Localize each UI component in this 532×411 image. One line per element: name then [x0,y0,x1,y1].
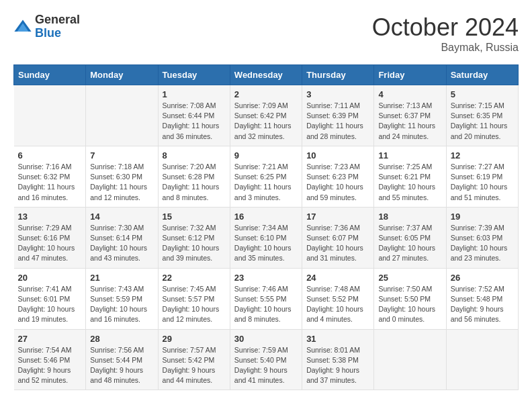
logo-blue-text: Blue [35,27,80,40]
calendar-cell: 18Sunrise: 7:37 AM Sunset: 6:05 PM Dayli… [374,207,446,268]
day-number: 13 [18,212,82,222]
calendar-cell [14,85,86,146]
day-number: 2 [234,89,298,99]
week-row-1: 1Sunrise: 7:08 AM Sunset: 6:44 PM Daylig… [14,85,519,146]
header-day-saturday: Saturday [446,65,518,85]
day-number: 30 [234,334,298,344]
calendar-cell: 21Sunrise: 7:43 AM Sunset: 5:59 PM Dayli… [86,268,158,329]
day-info: Sunrise: 7:36 AM Sunset: 6:07 PM Dayligh… [306,223,369,264]
calendar-cell: 13Sunrise: 7:29 AM Sunset: 6:16 PM Dayli… [14,207,86,268]
day-number: 3 [306,89,369,99]
header-day-monday: Monday [86,65,158,85]
day-info: Sunrise: 7:30 AM Sunset: 6:14 PM Dayligh… [90,223,153,264]
calendar-cell: 10Sunrise: 7:23 AM Sunset: 6:23 PM Dayli… [302,146,374,207]
calendar-cell [446,329,518,390]
calendar-cell: 24Sunrise: 7:48 AM Sunset: 5:52 PM Dayli… [302,268,374,329]
calendar-cell: 2Sunrise: 7:09 AM Sunset: 6:42 PM Daylig… [230,85,302,146]
header-day-thursday: Thursday [302,65,374,85]
day-info: Sunrise: 7:32 AM Sunset: 6:12 PM Dayligh… [163,223,226,264]
day-number: 1 [163,89,226,99]
calendar-cell: 15Sunrise: 7:32 AM Sunset: 6:12 PM Dayli… [158,207,230,268]
day-info: Sunrise: 7:45 AM Sunset: 5:57 PM Dayligh… [163,284,226,325]
calendar-cell: 26Sunrise: 7:52 AM Sunset: 5:48 PM Dayli… [446,268,518,329]
day-info: Sunrise: 7:20 AM Sunset: 6:28 PM Dayligh… [163,162,226,203]
calendar-cell: 20Sunrise: 7:41 AM Sunset: 6:01 PM Dayli… [14,268,86,329]
day-number: 5 [451,89,514,99]
calendar-cell: 14Sunrise: 7:30 AM Sunset: 6:14 PM Dayli… [86,207,158,268]
day-info: Sunrise: 7:56 AM Sunset: 5:44 PM Dayligh… [90,345,153,386]
day-number: 21 [90,273,153,283]
calendar-cell: 4Sunrise: 7:13 AM Sunset: 6:37 PM Daylig… [374,85,446,146]
calendar-cell [374,329,446,390]
page-header: General Blue October 2024 Baymak, Russia [13,13,519,54]
calendar-cell: 30Sunrise: 7:59 AM Sunset: 5:40 PM Dayli… [230,329,302,390]
day-number: 18 [378,212,441,222]
day-info: Sunrise: 7:18 AM Sunset: 6:30 PM Dayligh… [90,162,153,203]
logo-icon [13,17,32,36]
calendar-cell: 28Sunrise: 7:56 AM Sunset: 5:44 PM Dayli… [86,329,158,390]
day-info: Sunrise: 7:16 AM Sunset: 6:32 PM Dayligh… [18,162,82,203]
calendar-cell: 23Sunrise: 7:46 AM Sunset: 5:55 PM Dayli… [230,268,302,329]
day-info: Sunrise: 7:34 AM Sunset: 6:10 PM Dayligh… [234,223,298,264]
day-info: Sunrise: 7:25 AM Sunset: 6:21 PM Dayligh… [378,162,441,203]
day-info: Sunrise: 7:39 AM Sunset: 6:03 PM Dayligh… [451,223,514,264]
day-number: 12 [451,150,514,161]
day-info: Sunrise: 7:57 AM Sunset: 5:42 PM Dayligh… [163,345,226,386]
day-info: Sunrise: 7:29 AM Sunset: 6:16 PM Dayligh… [18,223,82,264]
day-info: Sunrise: 7:11 AM Sunset: 6:39 PM Dayligh… [306,101,369,142]
day-number: 15 [163,212,226,222]
day-info: Sunrise: 7:13 AM Sunset: 6:37 PM Dayligh… [378,101,441,142]
header-day-sunday: Sunday [14,65,86,85]
calendar-cell: 16Sunrise: 7:34 AM Sunset: 6:10 PM Dayli… [230,207,302,268]
day-number: 16 [234,212,298,222]
day-number: 4 [378,89,441,99]
calendar-body: 1Sunrise: 7:08 AM Sunset: 6:44 PM Daylig… [14,85,519,390]
calendar-cell: 7Sunrise: 7:18 AM Sunset: 6:30 PM Daylig… [86,146,158,207]
calendar-cell: 11Sunrise: 7:25 AM Sunset: 6:21 PM Dayli… [374,146,446,207]
day-info: Sunrise: 7:37 AM Sunset: 6:05 PM Dayligh… [378,223,441,264]
day-number: 27 [18,334,82,344]
calendar-cell: 17Sunrise: 7:36 AM Sunset: 6:07 PM Dayli… [302,207,374,268]
calendar-table: SundayMondayTuesdayWednesdayThursdayFrid… [13,64,519,390]
day-number: 26 [451,273,514,283]
day-info: Sunrise: 7:52 AM Sunset: 5:48 PM Dayligh… [451,284,514,325]
calendar-cell: 25Sunrise: 7:50 AM Sunset: 5:50 PM Dayli… [374,268,446,329]
logo: General Blue [13,13,80,40]
calendar-header: SundayMondayTuesdayWednesdayThursdayFrid… [14,65,519,85]
month-title: October 2024 [372,13,519,42]
day-info: Sunrise: 7:54 AM Sunset: 5:46 PM Dayligh… [18,345,82,386]
day-info: Sunrise: 8:01 AM Sunset: 5:38 PM Dayligh… [306,345,369,386]
calendar-cell: 19Sunrise: 7:39 AM Sunset: 6:03 PM Dayli… [446,207,518,268]
day-number: 14 [90,212,153,222]
header-row: SundayMondayTuesdayWednesdayThursdayFrid… [14,65,519,85]
day-number: 7 [90,150,153,161]
day-number: 23 [234,273,298,283]
calendar-cell: 9Sunrise: 7:21 AM Sunset: 6:25 PM Daylig… [230,146,302,207]
header-day-friday: Friday [374,65,446,85]
day-info: Sunrise: 7:59 AM Sunset: 5:40 PM Dayligh… [234,345,298,386]
day-info: Sunrise: 7:50 AM Sunset: 5:50 PM Dayligh… [378,284,441,325]
day-number: 10 [306,150,369,161]
day-number: 24 [306,273,369,283]
week-row-4: 20Sunrise: 7:41 AM Sunset: 6:01 PM Dayli… [14,268,519,329]
day-info: Sunrise: 7:21 AM Sunset: 6:25 PM Dayligh… [234,162,298,203]
title-section: October 2024 Baymak, Russia [372,13,519,54]
calendar-cell: 31Sunrise: 8:01 AM Sunset: 5:38 PM Dayli… [302,329,374,390]
day-number: 19 [451,212,514,222]
day-info: Sunrise: 7:43 AM Sunset: 5:59 PM Dayligh… [90,284,153,325]
calendar-cell: 5Sunrise: 7:15 AM Sunset: 6:35 PM Daylig… [446,85,518,146]
week-row-2: 6Sunrise: 7:16 AM Sunset: 6:32 PM Daylig… [14,146,519,207]
day-number: 31 [306,334,369,344]
calendar-cell: 6Sunrise: 7:16 AM Sunset: 6:32 PM Daylig… [14,146,86,207]
week-row-5: 27Sunrise: 7:54 AM Sunset: 5:46 PM Dayli… [14,329,519,390]
calendar-cell: 29Sunrise: 7:57 AM Sunset: 5:42 PM Dayli… [158,329,230,390]
day-number: 17 [306,212,369,222]
day-number: 9 [234,150,298,161]
day-info: Sunrise: 7:48 AM Sunset: 5:52 PM Dayligh… [306,284,369,325]
day-number: 22 [163,273,226,283]
day-number: 20 [18,273,82,283]
logo-text: General Blue [35,13,80,40]
calendar-cell: 12Sunrise: 7:27 AM Sunset: 6:19 PM Dayli… [446,146,518,207]
day-info: Sunrise: 7:08 AM Sunset: 6:44 PM Dayligh… [163,101,226,142]
calendar-cell: 3Sunrise: 7:11 AM Sunset: 6:39 PM Daylig… [302,85,374,146]
